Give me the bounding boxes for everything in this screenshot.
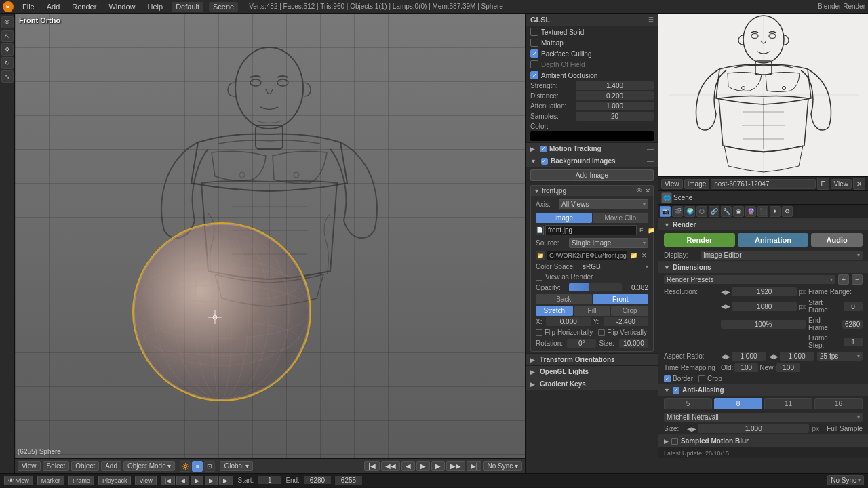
motion-tracking-checkbox[interactable] [540,146,547,152]
select-menu[interactable]: Select [43,461,70,471]
axis-dropdown[interactable]: All Views ▾ [559,199,648,209]
transform-orientations-arrow[interactable]: ▶ [530,357,535,363]
aa-sample-8[interactable]: 8 [714,398,762,409]
lt-sel-btn[interactable]: ↖ [1,30,14,42]
status-view-icon[interactable]: 👁 View [4,476,33,485]
blender-logo[interactable]: B [3,1,14,12]
prop-object-icon[interactable]: ⬡ [696,206,707,217]
resolution-x-field[interactable]: 1920 [732,287,797,296]
prop-render-icon[interactable]: 📷 [660,206,671,217]
flip-h-checkbox[interactable] [536,329,542,336]
crop-check-item[interactable]: Crop [698,375,722,382]
aa-sample-11[interactable]: 11 [764,398,812,409]
playback-next[interactable]: ▶▶ [446,461,465,471]
status-view-icon2[interactable]: View [135,476,156,485]
view-tab[interactable]: View [661,179,683,189]
gradient-keys-section[interactable]: ▶ Gradient Keys [526,378,658,390]
ao-samples-field[interactable]: 20 [576,112,654,121]
resolution-y-field[interactable]: 1080 [732,302,797,311]
status-frame-label[interactable]: Frame [68,476,94,485]
ambient-occlusion-row[interactable]: Ambient Occlusion [526,70,658,81]
prop-constraints-icon[interactable]: 🔗 [709,206,719,217]
start-frame-field[interactable]: 0 [844,302,863,311]
gradient-keys-arrow[interactable]: ▶ [530,381,535,388]
depth-of-field-checkbox[interactable] [530,60,538,68]
engine-dropdown[interactable]: Default [172,2,203,12]
glsl-menu-icon[interactable]: ☰ [648,16,654,23]
menu-help[interactable]: Help [144,3,167,11]
res-y-drag-icon[interactable]: ◀▶ [721,303,730,310]
ambient-occlusion-checkbox[interactable] [530,71,538,79]
status-playback[interactable]: Playback [98,476,132,485]
flip-v-checkbox[interactable] [598,329,605,336]
aspect-y-field[interactable]: 1.000 [780,352,814,361]
source-dropdown[interactable]: Single Image ▾ [569,238,648,248]
aa-size-field[interactable]: 1.000 [698,424,809,433]
aa-section-header[interactable]: ▼ Anti-Aliasing [658,384,868,396]
opacity-bar[interactable] [569,283,622,291]
fill-button[interactable]: Fill [574,306,611,316]
backface-culling-checkbox[interactable] [530,49,538,58]
presets-remove-btn[interactable]: − [852,274,863,285]
audio-button[interactable]: Audio [811,233,863,247]
end-frame-bar-field[interactable]: 6280 [304,476,331,484]
solid-icon[interactable]: ■ [192,461,203,472]
render-presets-dropdown[interactable]: Render Presets ▾ [664,275,835,284]
image-tab[interactable]: Image [684,179,710,189]
add-image-button[interactable]: Add Image [530,169,654,181]
render-panel-toolbar-icon1[interactable]: F [817,178,829,190]
flip-h-item[interactable]: Flip Horizontally [536,329,593,336]
3d-viewport[interactable]: Front Ortho (6255) Sphere View Select Ob… [15,14,526,473]
status-marker[interactable]: Marker [37,476,64,485]
image-name-field[interactable]: front.jpg [545,225,637,235]
filepath-field[interactable]: G:\WORK2\PEΦLω\front.jpg [547,251,627,260]
add-menu[interactable]: Add [101,461,121,471]
aspect-y-drag[interactable]: ◀▶ [769,353,778,360]
pb-play-stop[interactable]: ▶ [191,476,203,485]
textured-solid-row[interactable]: Textured Solid [526,26,658,37]
crop-button[interactable]: Crop [611,306,648,316]
aa-sample-5[interactable]: 5 [664,398,712,409]
aa-size-drag[interactable]: ◀▶ [687,426,696,432]
menu-file[interactable]: File [19,3,38,11]
prop-scene-icon[interactable]: 🎬 [672,206,683,217]
wire-icon[interactable]: ⊡ [204,461,215,472]
size-field[interactable]: 10.000 [619,339,648,348]
view-menu[interactable]: View [18,461,41,471]
animation-button[interactable]: Animation [738,233,809,247]
x-offset-field[interactable]: 0.000 [546,317,591,326]
image-visibility-icon[interactable]: 👁 [636,187,643,195]
front-button[interactable]: Front [593,294,649,304]
playback-end[interactable]: ▶| [467,461,482,471]
bg-images-arrow[interactable]: ▼ [530,158,536,165]
playback-next-frame[interactable]: ▶ [431,461,445,471]
lt-view-btn[interactable]: 👁 [1,16,14,28]
opengl-lights-arrow[interactable]: ▶ [530,369,535,375]
resolution-pct-field[interactable]: 100% [721,320,806,329]
display-dropdown[interactable]: Image Editor ▾ [701,251,863,260]
lt-rotate-btn[interactable]: ↻ [1,57,14,69]
prop-world-icon[interactable]: 🌍 [684,206,695,217]
start-frame-bar-field[interactable]: 1 [258,476,281,484]
aspect-x-drag[interactable]: ◀▶ [721,353,730,360]
scene-icon[interactable]: 🌐 [661,192,672,203]
playback-prev[interactable]: ◀◀ [381,461,400,471]
pb-next[interactable]: ▶ [205,476,218,485]
no-sync-dropdown[interactable]: No Sync ▾ [483,461,522,471]
lt-move-btn[interactable]: ✥ [1,43,14,56]
end-frame-field[interactable]: 6280 [842,320,863,329]
backface-culling-row[interactable]: Backface Culling [526,48,658,59]
motion-tracking-arrow[interactable]: ▶ [530,146,535,152]
back-button[interactable]: Back [536,294,592,304]
aa-filter-dropdown[interactable]: Mitchell-Netravali ▾ [664,413,863,422]
aspect-x-field[interactable]: 1.000 [732,352,766,361]
motion-tracking-more[interactable]: — [647,145,654,152]
playback-start[interactable]: |◀ [364,461,380,471]
textured-solid-checkbox[interactable] [530,28,538,36]
global-dropdown[interactable]: Global ▾ [220,461,253,471]
glsl-panel-header[interactable]: GLSL ☰ [526,14,658,26]
dimensions-section-header[interactable]: ▼ Dimensions [658,262,868,273]
matcap-checkbox[interactable] [530,39,538,47]
pb-prev[interactable]: ◀ [176,476,189,485]
view-as-render-checkbox[interactable] [536,274,542,281]
